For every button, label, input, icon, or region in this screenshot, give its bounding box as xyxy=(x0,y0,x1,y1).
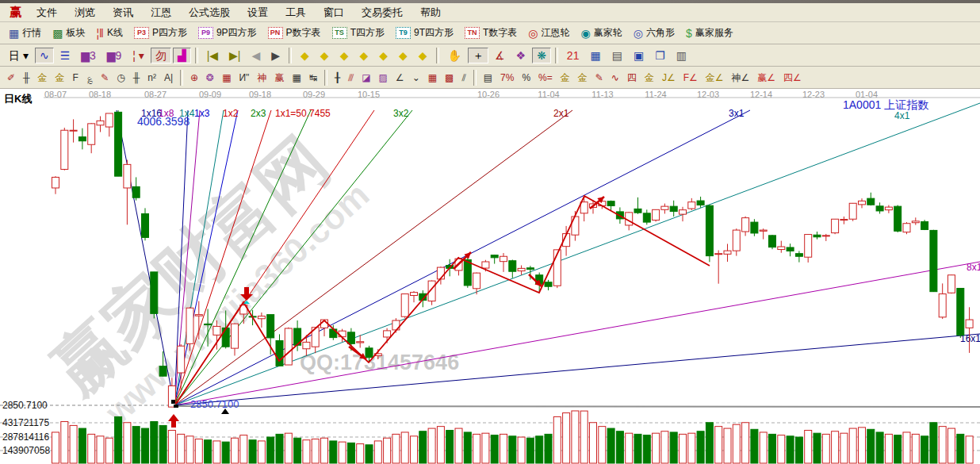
fan-grid-icon[interactable]: ▨ xyxy=(376,71,391,85)
gann-wheel-button[interactable]: ◎江恩轮 xyxy=(523,24,574,42)
ruler-list-icon[interactable]: ▤ xyxy=(480,71,496,85)
zoom-diamond-right-icon[interactable]: ◆ xyxy=(316,48,334,63)
date-tick-01-04: 01-04 xyxy=(847,90,886,99)
shen-tool-icon[interactable]: 神 xyxy=(254,71,270,85)
nav-first-button[interactable]: |◀ xyxy=(202,48,223,63)
chart-area[interactable]: 赢家财富网www.yingjia360.comQQ:17314576461x16… xyxy=(0,89,980,464)
menu-news[interactable]: 资讯 xyxy=(104,5,142,20)
ying-angle-icon[interactable]: 赢∠ xyxy=(754,71,779,85)
menu-tools[interactable]: 工具 xyxy=(277,5,315,20)
info-view-button[interactable]: ☰ xyxy=(56,48,75,63)
menu-window[interactable]: 窗口 xyxy=(315,5,353,20)
wave-view-button[interactable]: ∿ xyxy=(35,48,54,63)
red-pen-icon[interactable]: ✎ xyxy=(98,71,112,85)
a-line-icon[interactable]: A| xyxy=(161,71,176,85)
fan-box-icon[interactable]: ◪ xyxy=(358,71,373,85)
gold-under-icon[interactable]: 金 xyxy=(641,71,657,85)
menu-help[interactable]: 帮助 xyxy=(412,5,450,20)
spiral-tool-icon[interactable]: ؏ xyxy=(83,71,96,85)
si-angle-icon[interactable]: 四∠ xyxy=(780,71,805,85)
time-circle-icon[interactable]: ◷ xyxy=(113,71,128,85)
sectors-button[interactable]: ▩板块 xyxy=(48,24,90,42)
hand-tool-button[interactable]: ✋ xyxy=(443,48,466,63)
n-squared-icon[interactable]: n² xyxy=(144,71,159,85)
zoom-diamond-in-icon[interactable]: ◆ xyxy=(394,48,412,63)
nav-next-button[interactable]: ▶ xyxy=(266,48,285,63)
windows-button[interactable]: ❐ xyxy=(650,48,670,63)
zoom-diamond-h-shrink-icon[interactable]: ◆ xyxy=(354,48,373,63)
gold-circle-icon[interactable]: 金 xyxy=(557,71,573,85)
star-wheel-icon[interactable]: ❂ xyxy=(203,71,217,85)
width-arrows-icon[interactable]: ↹ xyxy=(306,71,320,85)
pattern-button[interactable]: 勿 xyxy=(151,48,171,63)
t-square-button[interactable]: TST四方形 xyxy=(327,24,389,42)
histogram-button[interactable]: ▟ xyxy=(173,48,191,63)
frame-tool-icon[interactable]: ╂ xyxy=(331,71,343,85)
menu-trade-entrust[interactable]: 交易委托 xyxy=(353,5,412,20)
zoom-diamond-h-expand-icon[interactable]: ◆ xyxy=(335,48,354,63)
price-ladder-icon[interactable]: ╫ xyxy=(130,71,144,85)
angle-measure-button[interactable]: ∡ xyxy=(490,48,510,63)
candle-style-dropdown[interactable]: ¦ ▾ xyxy=(128,48,149,63)
fib-ladder-icon[interactable]: ╫ xyxy=(20,71,33,85)
zoom-diamond-out-icon[interactable]: ◆ xyxy=(414,48,432,63)
wave-a-icon[interactable]: ∿ xyxy=(608,71,622,85)
gann-fan-icon[interactable]: ⫻ xyxy=(345,71,357,85)
angle-pen-icon[interactable]: ∠ xyxy=(392,71,408,85)
menu-gann[interactable]: 江恩 xyxy=(142,5,180,20)
t-percent-icon[interactable]: 7% xyxy=(497,71,517,85)
f-angle-icon[interactable]: F∠ xyxy=(680,71,701,85)
menu-settings[interactable]: 设置 xyxy=(239,5,277,20)
shen-angle-icon[interactable]: 神∠ xyxy=(729,71,753,85)
f-ladder-icon[interactable]: F xyxy=(70,71,82,85)
menu-browse[interactable]: 浏览 xyxy=(66,5,104,20)
period-day-dropdown[interactable]: 日 ▾ xyxy=(4,48,33,63)
calendar-button[interactable]: 21 xyxy=(562,48,584,63)
nav-prev-button[interactable]: ◀ xyxy=(247,48,266,63)
k-quote-icon[interactable]: И" xyxy=(235,71,252,85)
v-red-icon[interactable]: 四 xyxy=(624,71,640,85)
gold-ratio-2-icon[interactable]: 金 xyxy=(52,71,68,85)
knife-tool-icon[interactable]: ✐ xyxy=(4,71,18,85)
winner-wheel-button[interactable]: ◉赢家轮 xyxy=(576,24,627,42)
brush-icon[interactable]: ✎ xyxy=(592,71,607,85)
calculator-button[interactable]: ▦ xyxy=(585,48,605,63)
smart-tool-button[interactable]: ❋ xyxy=(532,48,551,63)
j-angle-icon[interactable]: J∠ xyxy=(659,71,679,85)
menu-file[interactable]: 文件 xyxy=(28,5,66,20)
p-square-button[interactable]: P3P四方形 xyxy=(129,24,192,42)
v-dots-icon[interactable]: ⌄ xyxy=(409,71,423,85)
t-number-table-button[interactable]: TNT数字表 xyxy=(460,24,522,42)
gann-compass-icon[interactable]: ⊕ xyxy=(187,71,201,85)
quotes-button[interactable]: ▦行情 xyxy=(4,24,46,42)
crosshair-tool-button[interactable]: ＋ xyxy=(468,48,488,63)
hexagon-button[interactable]: ◎六角形 xyxy=(629,24,679,42)
9p-square-button[interactable]: P99P四方形 xyxy=(193,24,262,42)
zoom-diamond-left-icon[interactable]: ◆ xyxy=(296,48,314,63)
bars-9-button[interactable]: ▆9 xyxy=(102,48,127,63)
grid-123-icon[interactable]: ▦ xyxy=(289,71,304,85)
percent-icon[interactable]: % xyxy=(519,71,534,85)
p-number-table-button[interactable]: PNP数字表 xyxy=(263,24,326,42)
grid-target-icon[interactable]: ▦ xyxy=(219,71,234,85)
nav-last-button[interactable]: ▶| xyxy=(224,48,245,63)
save-button[interactable]: ▣ xyxy=(629,48,649,63)
ying-tool-icon[interactable]: 赢 xyxy=(271,71,287,85)
9t-square-button[interactable]: T99T四方形 xyxy=(391,24,458,42)
bars-3-button[interactable]: ▆3 xyxy=(76,48,101,63)
red-grid-icon[interactable]: ▦ xyxy=(425,71,440,85)
shape-tool-button[interactable]: ❖ xyxy=(511,48,531,63)
kline-button[interactable]: ¦‖K线 xyxy=(91,24,127,42)
parallel-lines-icon[interactable]: ⫽ xyxy=(458,71,469,85)
gold-lines-icon[interactable]: 金 xyxy=(575,71,591,85)
zoom-diamond-all-icon[interactable]: ◆ xyxy=(374,48,392,63)
red-grid-2-icon[interactable]: ▩ xyxy=(442,71,457,85)
workstation-button[interactable]: ▥ xyxy=(672,48,691,63)
gold-ratio-1-icon[interactable]: 金 xyxy=(35,71,51,85)
gold-angle-icon[interactable]: 金∠ xyxy=(702,71,727,85)
winner-service-button[interactable]: $赢家服务 xyxy=(681,24,738,42)
menu-formula-stockpick[interactable]: 公式选股 xyxy=(180,5,239,20)
percent-line-icon[interactable]: %= xyxy=(535,71,556,85)
v-red-icon-icon: 四 xyxy=(627,72,637,83)
notepad-button[interactable]: ▤ xyxy=(607,48,627,63)
